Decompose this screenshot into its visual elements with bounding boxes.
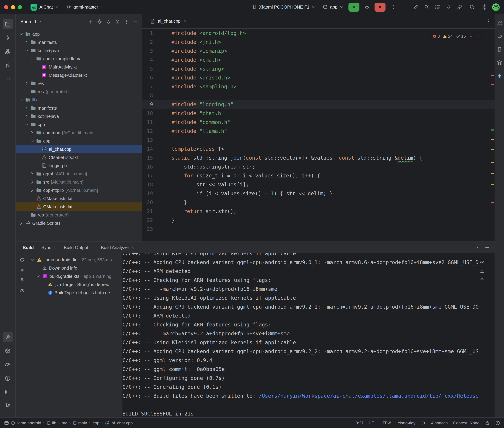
- tree-item[interactable]: cpp: [16, 120, 142, 128]
- build-options-button[interactable]: [473, 243, 482, 251]
- code-line[interactable]: #include "logging.h": [171, 100, 495, 109]
- tree-item[interactable]: res(generated): [16, 87, 142, 96]
- breadcrumb-item[interactable]: src: [62, 420, 67, 425]
- breadcrumb-item[interactable]: cpp: [93, 420, 99, 425]
- file-link[interactable]: /Users/hanyin/Workspace/ai-chat/examples…: [259, 393, 479, 399]
- stripe-mark[interactable]: [491, 202, 494, 203]
- chevron-down-icon[interactable]: [18, 32, 23, 36]
- code-line[interactable]: #include <cmath>: [171, 56, 495, 64]
- line-number[interactable]: 11: [142, 118, 153, 127]
- chevron-down-icon[interactable]: [29, 138, 34, 143]
- terminal-icon[interactable]: [3, 387, 13, 397]
- problems-icon[interactable]: [3, 373, 13, 383]
- code-line[interactable]: if (i < values.size() - 1) { str << deli…: [171, 189, 495, 198]
- line-number[interactable]: 13: [142, 136, 153, 145]
- status-widget[interactable]: 9:21: [356, 420, 364, 425]
- tree-item[interactable]: Kbuild.gradle.ktsapp 1 warning: [28, 272, 122, 280]
- line-number[interactable]: 1: [142, 29, 153, 38]
- device-selector[interactable]: Xiaomi POCOPHONE F1: [249, 3, 318, 11]
- tree-item[interactable]: lib: [16, 96, 142, 104]
- chevron-right-icon[interactable]: [29, 171, 34, 176]
- stop-button[interactable]: [17, 266, 26, 274]
- code-line[interactable]: #include "common.h": [171, 118, 495, 127]
- rename-button[interactable]: [411, 3, 420, 11]
- gradle-icon[interactable]: [495, 33, 504, 41]
- tree-item[interactable]: app: [16, 30, 142, 38]
- task-list-button[interactable]: [433, 3, 443, 11]
- code-line[interactable]: static std::string join(const std::vecto…: [171, 153, 495, 162]
- stripe-mark[interactable]: [491, 83, 494, 85]
- line-number[interactable]: 21: [142, 207, 153, 216]
- code-line[interactable]: #include <sampling.h>: [171, 82, 495, 91]
- tree-item[interactable]: com.example.llama: [16, 54, 142, 63]
- code-line[interactable]: #include <unistd.h>: [171, 73, 495, 82]
- settings-button[interactable]: [479, 3, 489, 11]
- close-button[interactable]: [4, 5, 8, 9]
- chevron-right-icon[interactable]: [24, 40, 29, 45]
- chevron-down-icon[interactable]: [24, 48, 29, 53]
- line-number[interactable]: 5: [142, 64, 153, 73]
- tree-item[interactable]: CMakeLists.txt: [16, 202, 142, 211]
- code-line[interactable]: for (size_t i = 0; i < values.size(); i+…: [171, 171, 495, 180]
- tree-item[interactable]: cpp: [16, 137, 142, 145]
- code-line[interactable]: #include <iomanip>: [171, 47, 495, 56]
- fullscreen-button[interactable]: [18, 5, 22, 9]
- line-number[interactable]: 6: [142, 73, 153, 82]
- close-tab-icon[interactable]: ×: [132, 245, 134, 250]
- code-line[interactable]: [171, 136, 495, 145]
- minus-button[interactable]: [131, 17, 139, 26]
- pin-button[interactable]: [17, 276, 26, 284]
- tab-list-button[interactable]: [484, 17, 493, 25]
- line-number[interactable]: 22: [142, 216, 153, 225]
- debug-button[interactable]: [362, 3, 372, 11]
- chevron-right-icon[interactable]: [29, 188, 34, 192]
- expand-all-button[interactable]: [104, 17, 112, 26]
- code-line[interactable]: }: [171, 198, 495, 207]
- breadcrumb-item[interactable]: main: [73, 420, 87, 425]
- code-line[interactable]: #include "llama.h": [171, 127, 495, 136]
- status-widget[interactable]: Context: None: [453, 420, 479, 425]
- project-icon[interactable]: [3, 19, 13, 29]
- status-widget[interactable]: LF: [369, 420, 374, 425]
- stop-button[interactable]: [375, 3, 385, 11]
- stripe-mark[interactable]: [491, 162, 494, 163]
- tree-item[interactable]: BuildType 'debug' is both de: [28, 288, 122, 297]
- code-line[interactable]: str << values[i];: [171, 180, 495, 189]
- structure-icon[interactable]: [3, 46, 13, 57]
- unlock-icon[interactable]: [485, 420, 490, 425]
- more-vertical-button[interactable]: [122, 17, 130, 26]
- find-actions-button[interactable]: [422, 3, 431, 11]
- branch-selector[interactable]: ggml-master: [64, 3, 106, 11]
- chevron-right-icon[interactable]: [24, 114, 29, 118]
- collapse-all-button[interactable]: [113, 17, 121, 26]
- device-explorer-icon[interactable]: [3, 346, 13, 356]
- code-line[interactable]: std::ostringstream str;: [171, 162, 495, 171]
- line-number[interactable]: 10: [142, 109, 153, 118]
- rerun-button[interactable]: [17, 255, 26, 264]
- tree-item[interactable]: Download info: [28, 264, 122, 272]
- chevron-right-icon[interactable]: [24, 106, 29, 110]
- code-line[interactable]: return str.str();: [171, 207, 495, 216]
- chevron-down-icon[interactable]: [24, 122, 29, 127]
- tree-item[interactable]: Hlogging.h: [16, 161, 142, 170]
- breadcrumb-item[interactable]: llama.android: [11, 420, 41, 425]
- clear-button[interactable]: [478, 276, 486, 284]
- more-horizontal-icon[interactable]: [3, 74, 13, 84]
- build-tab-sync[interactable]: Sync×: [41, 245, 56, 250]
- chevron-down-icon[interactable]: [29, 56, 34, 61]
- stripe-mark[interactable]: [491, 130, 494, 131]
- line-number[interactable]: 7: [142, 82, 153, 91]
- tree-item[interactable]: res(generated): [16, 211, 142, 219]
- line-number[interactable]: 17: [142, 171, 153, 180]
- tree-item[interactable]: Gradle Scripts: [16, 219, 142, 227]
- chevron-right-icon[interactable]: [24, 81, 29, 86]
- tree-item[interactable]: KMainActivity.kt: [16, 63, 142, 71]
- next-problem-icon[interactable]: [476, 34, 479, 38]
- line-number[interactable]: 4: [142, 56, 153, 64]
- line-number[interactable]: 23: [142, 225, 153, 234]
- chevron-down-icon[interactable]: [18, 97, 23, 102]
- line-number[interactable]: 3: [142, 47, 153, 56]
- minimize-button[interactable]: [11, 5, 15, 9]
- scroll-end-button[interactable]: [478, 266, 486, 275]
- hide-build-panel-button[interactable]: [483, 243, 491, 251]
